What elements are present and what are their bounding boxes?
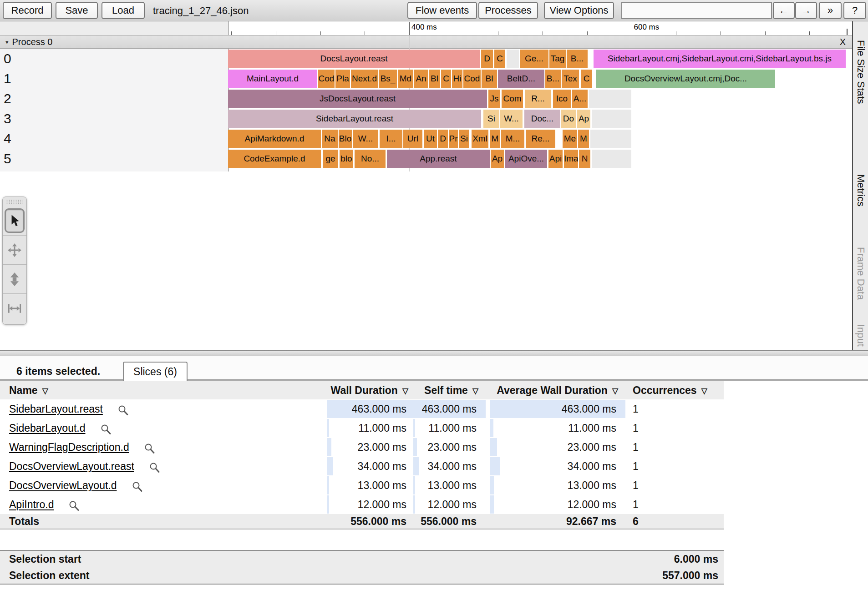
column-header-wall-duration[interactable]: Wall Duration▽ [327, 381, 416, 399]
magnifier-icon[interactable] [132, 481, 143, 493]
trace-slice[interactable]: M... [501, 130, 524, 148]
table-row[interactable]: SidebarLayout.reast463.000 ms463.000 ms4… [0, 399, 724, 418]
magnifier-icon[interactable] [144, 443, 156, 454]
flow-events-button[interactable]: Flow events [407, 2, 477, 19]
trace-slice[interactable]: App.reast [387, 150, 490, 168]
sort-icon[interactable]: ▽ [42, 386, 48, 396]
pan-mode-button[interactable] [3, 235, 26, 264]
sort-icon[interactable]: ▽ [612, 386, 618, 396]
magnifier-icon[interactable] [68, 500, 80, 512]
column-header-average-wall-duration[interactable]: Average Wall Duration▽ [490, 381, 625, 399]
trace-slice[interactable]: Ge... [520, 50, 548, 68]
trace-slice[interactable]: C [441, 70, 451, 88]
trace-slice[interactable]: Md [398, 70, 413, 88]
selection-mode-button[interactable] [3, 206, 26, 235]
tab-slices[interactable]: Slices (6) [123, 362, 188, 381]
trace-slice[interactable]: M [490, 130, 500, 148]
help-button[interactable]: ? [843, 2, 866, 19]
trace-slice[interactable]: MainLayout.d [228, 70, 317, 88]
trace-slice[interactable]: Tag [549, 50, 566, 68]
magnifier-icon[interactable] [100, 424, 112, 435]
trace-slice[interactable]: SidebarLayout.reast [228, 110, 481, 128]
trace-slice[interactable]: CodeExample.d [228, 150, 321, 168]
trace-slice[interactable]: Ico [553, 90, 571, 108]
magnifier-icon[interactable] [117, 404, 129, 416]
trace-slice[interactable]: ApiMarkdown.d [228, 130, 321, 148]
slice-name-link[interactable]: SidebarLayout.d [9, 422, 86, 434]
trace-slice[interactable]: Blo [339, 130, 352, 148]
trace-slice[interactable]: Bs_ [379, 70, 397, 88]
slice-name-link[interactable]: ApiIntro.d [9, 499, 54, 511]
trace-slice[interactable]: Api [548, 150, 563, 168]
timing-mode-button[interactable] [3, 293, 26, 323]
trace-slice[interactable]: D [481, 50, 493, 68]
trace-slice[interactable]: Js [488, 90, 500, 108]
trace-slice[interactable]: Url [403, 130, 422, 148]
trace-slice[interactable]: M [578, 130, 589, 148]
trace-slice[interactable]: Bl [429, 70, 440, 88]
trace-slice[interactable]: I... [380, 130, 402, 148]
trace-slice[interactable]: No... [355, 150, 386, 168]
trace-slice[interactable]: Ima [564, 150, 578, 168]
trace-slice[interactable]: An [414, 70, 428, 88]
trace-slice[interactable]: Ap [491, 150, 504, 168]
sort-icon[interactable]: ▽ [701, 386, 707, 396]
save-button[interactable]: Save [56, 2, 98, 19]
trace-slice[interactable]: JsDocsLayout.reast [228, 90, 487, 108]
trace-slice[interactable]: Xml [472, 130, 488, 148]
trace-slice[interactable]: Me [563, 130, 577, 148]
trace-slice[interactable]: Do [561, 110, 576, 128]
trace-slice[interactable]: Re... [526, 130, 555, 148]
table-row[interactable]: WarningFlagDescription.d23.000 ms23.000 … [0, 438, 724, 457]
processes-button[interactable]: Processes [478, 2, 538, 19]
trace-slice[interactable]: Na [322, 130, 338, 148]
search-input[interactable] [621, 2, 772, 19]
trace-slice[interactable]: Cod [463, 70, 481, 88]
table-row[interactable]: ApiIntro.d12.000 ms12.000 ms12.000 ms1 [0, 495, 724, 514]
trace-slice[interactable]: C [494, 50, 505, 68]
trace-slice[interactable]: W... [500, 110, 523, 128]
trace-slice[interactable]: B... [567, 50, 588, 68]
sort-icon[interactable]: ▽ [402, 386, 408, 396]
table-row[interactable]: DocsOverviewLayout.reast34.000 ms34.000 … [0, 457, 724, 476]
trace-slice[interactable]: DocsOverviewLayout.cmj,Doc... [596, 70, 775, 88]
slice-name-link[interactable]: SidebarLayout.reast [9, 403, 103, 415]
trace-slice[interactable]: Hi [452, 70, 462, 88]
trace-slice[interactable]: A... [572, 90, 588, 108]
trace-slice[interactable]: Si [483, 110, 499, 128]
trace-slice[interactable]: Doc... [524, 110, 560, 128]
find-previous-button[interactable]: ← [773, 2, 795, 19]
trace-slice[interactable]: DocsLayout.reast [228, 50, 480, 68]
trace-slice[interactable]: Com [502, 90, 523, 108]
process-header[interactable]: ▾ Process 0 X [0, 35, 852, 49]
sidebar-tab-metrics[interactable]: Metrics [855, 174, 867, 207]
view-options-button[interactable]: View Options [544, 2, 614, 19]
trace-slice[interactable]: blo [340, 150, 353, 168]
trace-slice[interactable]: Si [459, 130, 469, 148]
find-next-button[interactable]: → [795, 2, 817, 19]
more-options-button[interactable]: » [819, 2, 842, 19]
trace-slice[interactable]: ApiOve... [505, 150, 547, 168]
slice-name-link[interactable]: DocsOverviewLayout.reast [9, 460, 134, 473]
table-row[interactable]: SidebarLayout.d11.000 ms11.000 ms11.000 … [0, 418, 724, 438]
trace-slice[interactable]: W... [353, 130, 378, 148]
zoom-mode-button[interactable] [3, 264, 26, 293]
trace-slice[interactable]: D [438, 130, 448, 148]
trace-slice[interactable]: Bl [482, 70, 497, 88]
slice-name-link[interactable]: DocsOverviewLayout.d [9, 479, 117, 492]
panel-splitter[interactable] [0, 350, 868, 356]
table-row[interactable]: DocsOverviewLayout.d13.000 ms13.000 ms13… [0, 476, 724, 495]
load-button[interactable]: Load [102, 2, 145, 19]
magnifier-icon[interactable] [149, 462, 161, 474]
trace-slice[interactable]: Ut [424, 130, 437, 148]
trace-slice[interactable]: B... [545, 70, 561, 88]
trace-slice[interactable]: Ap [577, 110, 590, 128]
trace-slice[interactable]: Cod [318, 70, 335, 88]
sidebar-tab-file-size-stats[interactable]: File Size Stats [855, 40, 867, 104]
collapse-triangle-icon[interactable]: ▾ [5, 39, 9, 45]
toolbar-drag-handle[interactable] [6, 199, 23, 205]
trace-slice[interactable]: SidebarLayout.cmj,SidebarLayout.cmi,Side… [594, 50, 846, 68]
column-header-self-time[interactable]: Self time▽ [413, 381, 486, 399]
sidebar-tab-frame-data[interactable]: Frame Data [855, 247, 867, 300]
trace-slice[interactable]: Tex [562, 70, 579, 88]
